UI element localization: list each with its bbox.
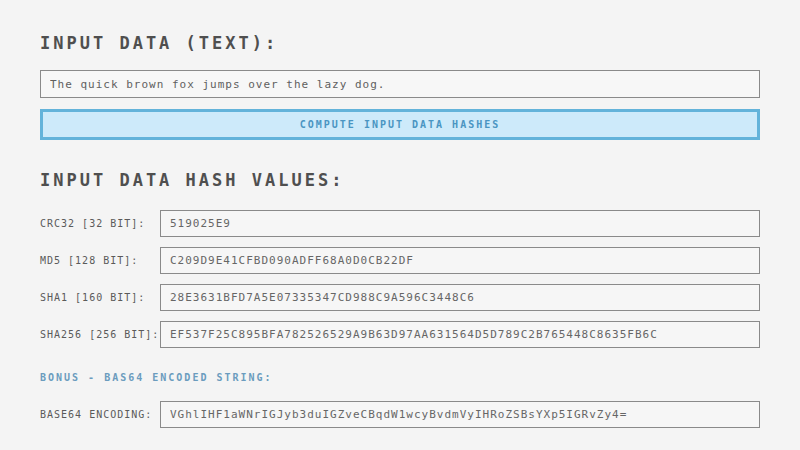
crc32-value-field[interactable] xyxy=(160,210,760,237)
sha1-label: SHA1 [160 bit]: xyxy=(40,292,160,303)
sha256-value-field[interactable] xyxy=(160,321,760,348)
hash-row-sha1: SHA1 [160 bit]: xyxy=(40,284,760,311)
hash-tool-page: INPUT DATA (TEXT): COMPUTE INPUT DATA HA… xyxy=(0,0,800,450)
md5-label: MD5 [128 bit]: xyxy=(40,255,160,266)
hash-row-base64: BASE64 ENCODING: xyxy=(40,401,760,428)
hash-values-title: INPUT DATA HASH VALUES: xyxy=(40,170,760,190)
base64-value-field[interactable] xyxy=(160,401,760,428)
hash-row-md5: MD5 [128 bit]: xyxy=(40,247,760,274)
base64-label: BASE64 ENCODING: xyxy=(40,409,160,420)
md5-value-field[interactable] xyxy=(160,247,760,274)
hash-row-crc32: CRC32 [32 bit]: xyxy=(40,210,760,237)
input-data-title: INPUT DATA (TEXT): xyxy=(40,33,760,53)
sha256-label: SHA256 [256 bit]: xyxy=(40,329,160,340)
compute-hashes-button[interactable]: COMPUTE INPUT DATA HASHES xyxy=(40,109,760,140)
sha1-value-field[interactable] xyxy=(160,284,760,311)
hash-row-sha256: SHA256 [256 bit]: xyxy=(40,321,760,348)
bonus-section-title: BONUS - BAS64 ENCODED STRING: xyxy=(40,372,760,383)
input-data-field[interactable] xyxy=(40,70,760,98)
crc32-label: CRC32 [32 bit]: xyxy=(40,218,160,229)
